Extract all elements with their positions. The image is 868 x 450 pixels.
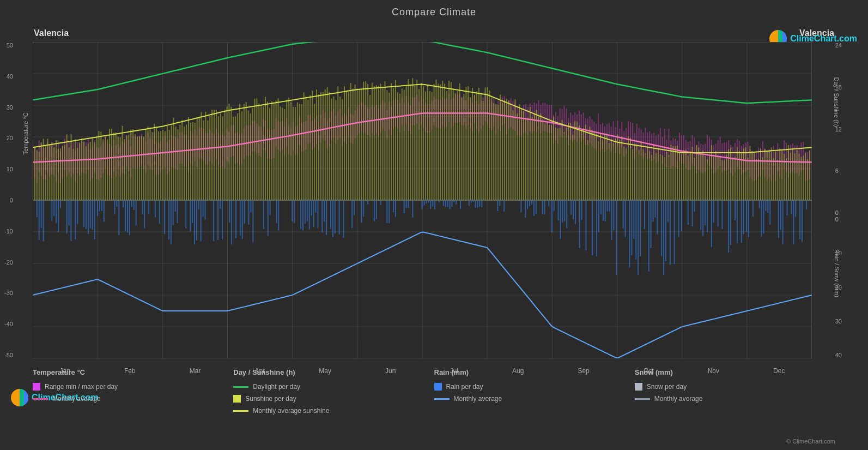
- legend-item-temp-range: Range min / max per day: [33, 383, 233, 391]
- page-title: Compare Climate: [0, 0, 868, 20]
- legend-label-temp-range: Range min / max per day: [45, 383, 118, 391]
- legend-label-snow-day: Snow per day: [647, 383, 687, 391]
- legend-line-sunshine-avg: [233, 410, 248, 412]
- legend-label-sunshine-avg: Monthly average sunshine: [253, 407, 329, 415]
- legend-label-sunshine: Sunshine per day: [245, 395, 296, 403]
- copyright: © ClimeChart.com: [786, 438, 835, 445]
- main-chart: [33, 42, 812, 358]
- page-container: Compare Climate Valencia Valencia ClimeC…: [0, 0, 868, 450]
- legend-item-rain-avg: Monthly average: [434, 395, 635, 403]
- legend-label-rain-day: Rain per day: [446, 383, 483, 391]
- y-axis-right-top: 24 18 12 6 0: [835, 42, 842, 216]
- legend-line-daylight: [233, 386, 248, 388]
- legend-box-temp-range: [33, 383, 40, 391]
- axis-label-sunshine: Day / Sunshine (h): [833, 77, 839, 127]
- legend-line-rain-avg: [434, 398, 450, 400]
- legend-col-snow: Snow (mm) Snow per day Monthly average: [635, 368, 835, 445]
- legend-line-temp-avg: [33, 398, 48, 400]
- y-axis-left: 50 40 30 20 10 0 -10 -20 -30 -40 -50: [4, 42, 13, 358]
- legend-box-rain: [434, 383, 442, 391]
- axis-label-temp: Temperature °C: [22, 113, 29, 155]
- legend-line-snow-avg: [635, 398, 650, 400]
- legend-item-snow-day: Snow per day: [635, 383, 835, 391]
- legend-box-sunshine: [233, 395, 241, 403]
- legend-title-snow: Snow (mm): [635, 368, 835, 376]
- legend-box-snow: [635, 383, 642, 391]
- legend-item-sunshine-avg: Monthly average sunshine: [233, 407, 434, 415]
- legend-item-temp-avg: Monthly average: [33, 395, 233, 403]
- legend-item-sunshine: Sunshine per day: [233, 395, 434, 403]
- legend-col-rain: Rain (mm) Rain per day Monthly average: [434, 368, 635, 445]
- legend-title-sunshine: Day / Sunshine (h): [233, 368, 434, 376]
- legend-label-snow-avg: Monthly average: [654, 395, 703, 403]
- legend-title-rain: Rain (mm): [434, 368, 635, 376]
- legend-col-temperature: Temperature °C Range min / max per day M…: [33, 368, 233, 445]
- legend-label-daylight: Daylight per day: [253, 383, 300, 391]
- legend-col-sunshine: Day / Sunshine (h) Daylight per day Suns…: [233, 368, 434, 445]
- legend-label-temp-avg: Monthly average: [52, 395, 101, 403]
- legend-label-rain-avg: Monthly average: [454, 395, 502, 403]
- chart-wrapper: 50 40 30 20 10 0 -10 -20 -30 -40 -50 24 …: [33, 42, 812, 358]
- axis-label-rain: Rain / Snow (mm): [834, 249, 840, 297]
- legend-title-temperature: Temperature °C: [33, 368, 233, 376]
- legend-item-daylight: Daylight per day: [233, 383, 434, 391]
- legend-item-snow-avg: Monthly average: [635, 395, 835, 403]
- legend-item-rain-day: Rain per day: [434, 383, 635, 391]
- legend-section: Temperature °C Range min / max per day M…: [0, 363, 868, 450]
- city-label-left: Valencia: [34, 28, 69, 38]
